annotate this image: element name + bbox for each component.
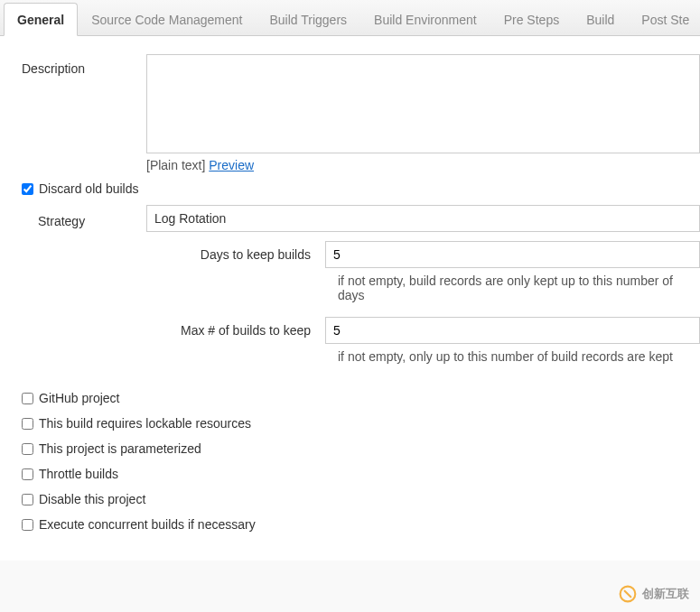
description-mode-row: [Plain text] Preview [146,158,700,172]
days-to-keep-input[interactable] [325,241,700,268]
throttle-builds-label: Throttle builds [39,467,118,481]
max-builds-help: if not empty, only up to this number of … [338,349,700,364]
tab-post-steps[interactable]: Post Ste [628,3,700,35]
max-builds-row: Max # of builds to keep [173,317,700,344]
description-input[interactable] [146,54,700,153]
tab-build-triggers[interactable]: Build Triggers [256,3,360,35]
tabs-bar: General Source Code Management Build Tri… [0,0,700,36]
github-project-label: GitHub project [39,391,119,405]
disable-project-checkbox[interactable] [22,494,33,505]
tab-general[interactable]: General [4,3,78,36]
disable-project-label: Disable this project [39,492,145,506]
tab-scm[interactable]: Source Code Management [78,3,256,35]
max-builds-input[interactable] [325,317,700,344]
parameterized-row: This project is parameterized [22,441,700,456]
preview-link[interactable]: Preview [209,158,254,172]
plain-text-label: [Plain text] [146,158,205,172]
description-row: Description [Plain text] Preview [22,54,700,172]
discard-old-builds-checkbox[interactable] [22,183,33,195]
days-to-keep-row: Days to keep builds [173,241,700,268]
discard-old-builds-label: Discard old builds [39,181,139,196]
strategy-value: Log Rotation [154,211,226,226]
disable-project-row: Disable this project [22,492,700,506]
tab-pre-steps[interactable]: Pre Steps [490,3,573,35]
options-list: GitHub project This build requires locka… [22,391,700,532]
concurrent-builds-row: Execute concurrent builds if necessary [22,517,700,532]
tab-build[interactable]: Build [573,3,628,35]
watermark-text: 创新互联 [642,586,689,602]
github-project-checkbox[interactable] [22,393,33,404]
throttle-builds-row: Throttle builds [22,467,700,481]
concurrent-builds-label: Execute concurrent builds if necessary [39,517,256,532]
watermark: 创新互联 [619,585,689,603]
days-to-keep-help: if not empty, build records are only kep… [338,274,700,302]
lockable-resources-label: This build requires lockable resources [39,416,251,431]
discard-old-builds-row: Discard old builds [22,181,700,196]
strategy-label: Strategy [38,209,146,228]
parameterized-label: This project is parameterized [39,441,201,456]
tab-build-environment[interactable]: Build Environment [360,3,490,35]
strategy-row: Strategy Log Rotation [38,205,700,232]
description-label: Description [22,54,146,76]
lockable-resources-checkbox[interactable] [22,418,33,430]
general-form: Description [Plain text] Preview Discard… [0,36,700,561]
lockable-resources-row: This build requires lockable resources [22,416,700,431]
parameterized-checkbox[interactable] [22,443,33,455]
throttle-builds-checkbox[interactable] [22,468,33,480]
days-to-keep-label: Days to keep builds [173,247,325,262]
max-builds-label: Max # of builds to keep [173,323,325,338]
github-project-row: GitHub project [22,391,700,405]
concurrent-builds-checkbox[interactable] [22,519,33,531]
strategy-select[interactable]: Log Rotation [146,205,700,232]
watermark-icon [619,585,637,603]
